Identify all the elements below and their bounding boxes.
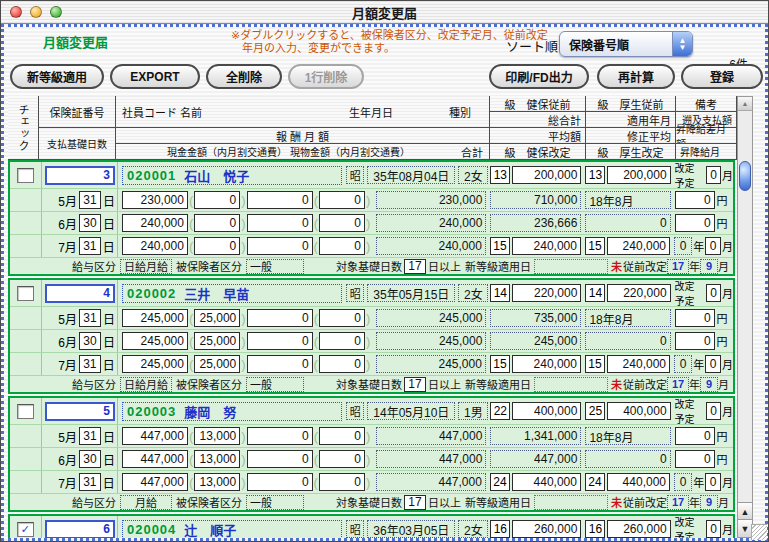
insurance-number-input[interactable]: 3	[45, 166, 115, 185]
kenpo-revised-amount[interactable]: 240,000	[512, 355, 581, 373]
kosei-revised-amount[interactable]: 440,000	[607, 473, 670, 491]
target-base-days-input[interactable]: 17	[404, 495, 426, 510]
goods-transport-input[interactable]: 0	[319, 473, 365, 491]
salary-type-value[interactable]: 日給月給	[120, 377, 172, 392]
kosei-revised-amount[interactable]: 240,000	[607, 355, 670, 373]
previous-revision-month[interactable]: 9	[700, 377, 718, 392]
scroll-up-arrow[interactable]: ▲	[738, 502, 752, 520]
gender-type-value[interactable]: 2女	[458, 284, 488, 302]
goods-amount-input[interactable]: 0	[247, 355, 313, 373]
cash-amount-input[interactable]: 447,000	[122, 473, 188, 491]
gender-type-value[interactable]: 2女	[458, 520, 488, 538]
raise-diff-input[interactable]: 0	[675, 450, 715, 468]
kenpo-before-amount[interactable]: 200,000	[512, 166, 581, 184]
cash-transport-input[interactable]: 0	[194, 191, 240, 209]
raise-diff-input[interactable]: 0	[675, 214, 715, 232]
kenpo-before-grade[interactable]: 22	[490, 402, 510, 420]
employee-name-box[interactable]: 020001石山 悦子	[122, 166, 342, 185]
cash-transport-input[interactable]: 13,000	[194, 427, 240, 445]
cash-amount-input[interactable]: 240,000	[122, 214, 188, 232]
kaitei-month-input[interactable]: 0	[706, 520, 721, 538]
birthdate-value[interactable]: 14年05月10日	[367, 402, 455, 420]
goods-amount-input[interactable]: 0	[247, 473, 313, 491]
cash-amount-input[interactable]: 245,000	[122, 309, 188, 327]
insured-category-value[interactable]: 一般	[246, 495, 304, 510]
previous-revision-month[interactable]: 9	[700, 495, 718, 510]
kenpo-revised-amount[interactable]: 240,000	[512, 237, 581, 255]
insurance-number-input[interactable]: 4	[45, 284, 115, 303]
goods-transport-input[interactable]: 0	[319, 332, 365, 350]
kenpo-before-grade[interactable]: 14	[490, 284, 510, 302]
days-input[interactable]: 30	[79, 332, 101, 350]
kenpo-before-amount[interactable]: 260,000	[512, 520, 581, 538]
scrollbar-thumb[interactable]	[739, 161, 751, 191]
raise-year-value[interactable]: 0	[674, 473, 692, 491]
days-input[interactable]: 31	[79, 191, 101, 209]
kaitei-month-input[interactable]: 0	[706, 402, 721, 420]
raise-month-input[interactable]: 0	[705, 237, 721, 255]
raise-year-value[interactable]: 0	[674, 237, 692, 255]
birthdate-value[interactable]: 35年05月15日	[367, 284, 455, 302]
new-grade-apply-date-value[interactable]	[534, 259, 608, 274]
kenpo-revised-grade[interactable]: 15	[490, 237, 510, 255]
kaitei-month-input[interactable]: 0	[706, 284, 721, 302]
kosei-revised-grade[interactable]: 24	[585, 473, 605, 491]
kosei-before-amount[interactable]: 200,000	[607, 166, 670, 184]
vertical-scrollbar[interactable]: ▲ ▲ ▼	[737, 96, 753, 538]
employee-name-box[interactable]: 020002三井 早苗	[122, 284, 342, 303]
print-fd-output-button[interactable]: 印刷/FD出力	[489, 64, 589, 89]
kosei-before-grade[interactable]: 14	[585, 284, 605, 302]
kenpo-before-amount[interactable]: 220,000	[512, 284, 581, 302]
goods-transport-input[interactable]: 0	[319, 355, 365, 373]
kenpo-before-grade[interactable]: 13	[490, 166, 510, 184]
cash-amount-input[interactable]: 447,000	[122, 450, 188, 468]
kosei-revised-grade[interactable]: 15	[585, 355, 605, 373]
cash-amount-input[interactable]: 230,000	[122, 191, 188, 209]
window-resize-grip[interactable]	[751, 524, 767, 540]
cash-amount-input[interactable]: 245,000	[122, 355, 188, 373]
kosei-before-amount[interactable]: 260,000	[607, 520, 670, 538]
insurance-number-input[interactable]: 5	[45, 402, 115, 421]
days-input[interactable]: 31	[79, 309, 101, 327]
raise-month-input[interactable]: 0	[705, 355, 721, 373]
days-input[interactable]: 31	[79, 427, 101, 445]
goods-transport-input[interactable]: 0	[319, 214, 365, 232]
previous-revision-month[interactable]: 9	[700, 259, 718, 274]
employee-name-box[interactable]: 020004辻 順子	[122, 520, 342, 539]
scroll-up-cap[interactable]: ▲	[738, 97, 752, 111]
kosei-before-amount[interactable]: 220,000	[607, 284, 670, 302]
days-input[interactable]: 31	[79, 355, 101, 373]
cash-transport-input[interactable]: 25,000	[194, 309, 240, 327]
register-button[interactable]: 登録	[681, 64, 763, 89]
days-input[interactable]: 31	[79, 473, 101, 491]
row-checkbox-checked[interactable]: ✓	[17, 522, 34, 537]
previous-revision-year[interactable]: 17	[667, 495, 689, 510]
kosei-before-grade[interactable]: 25	[585, 402, 605, 420]
cash-transport-input[interactable]: 13,000	[194, 473, 240, 491]
goods-amount-input[interactable]: 0	[247, 309, 313, 327]
goods-amount-input[interactable]: 0	[247, 191, 313, 209]
cash-transport-input[interactable]: 0	[194, 214, 240, 232]
birthdate-value[interactable]: 35年08月04日	[367, 166, 455, 184]
row-checkbox[interactable]	[17, 404, 34, 419]
goods-amount-input[interactable]: 0	[247, 332, 313, 350]
goods-transport-input[interactable]: 0	[319, 427, 365, 445]
row-checkbox[interactable]	[17, 168, 34, 183]
raise-year-value[interactable]: 0	[674, 355, 692, 373]
insured-category-value[interactable]: 一般	[246, 259, 304, 274]
target-base-days-input[interactable]: 17	[404, 377, 426, 392]
recalculate-button[interactable]: 再計算	[597, 64, 675, 89]
kosei-before-grade[interactable]: 16	[585, 520, 605, 538]
goods-amount-input[interactable]: 0	[247, 450, 313, 468]
retro-payment-input[interactable]: 0	[675, 191, 715, 209]
cash-transport-input[interactable]: 0	[194, 237, 240, 255]
goods-transport-input[interactable]: 0	[319, 191, 365, 209]
birthdate-value[interactable]: 36年03月05日	[367, 520, 455, 538]
cash-transport-input[interactable]: 25,000	[194, 355, 240, 373]
cash-amount-input[interactable]: 245,000	[122, 332, 188, 350]
export-button[interactable]: EXPORT	[110, 64, 200, 89]
insured-category-value[interactable]: 一般	[246, 377, 304, 392]
kosei-revised-amount[interactable]: 240,000	[607, 237, 670, 255]
previous-revision-year[interactable]: 17	[667, 377, 689, 392]
goods-amount-input[interactable]: 0	[247, 427, 313, 445]
